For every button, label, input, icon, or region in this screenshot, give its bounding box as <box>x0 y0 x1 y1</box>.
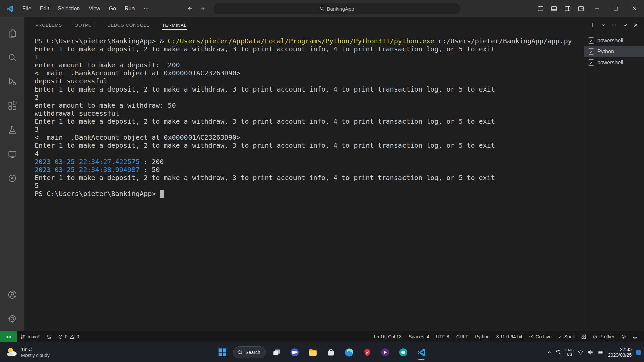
run-debug-icon[interactable] <box>0 70 24 94</box>
vscode-taskbar-button[interactable] <box>414 344 429 360</box>
wifi-icon[interactable] <box>578 350 584 355</box>
terminal-text: 2023-03-25 22:34:27.422575 <box>35 158 140 166</box>
browser-app-button[interactable] <box>396 344 411 360</box>
media-play-icon <box>381 348 390 357</box>
titlebar: FileEditSelectionViewGoRun⋯ BankingApp <box>0 0 644 17</box>
taskbar: 18°C Mostly cloudy Search <box>0 342 644 362</box>
language-indicator[interactable]: ENG US <box>565 348 574 357</box>
terminal-text: Enter 1 to make a deposit, 2 to make a w… <box>35 85 495 93</box>
terminal-line: 4 <box>35 149 584 158</box>
status-indent[interactable]: Spaces: 4 <box>405 331 433 342</box>
extensions-icon[interactable] <box>0 94 24 118</box>
status-interpreter[interactable]: 3.11.0 64-bit <box>493 331 526 342</box>
clock-widget[interactable]: 22:35 2023/03/25 <box>608 347 632 358</box>
task-view-button[interactable] <box>269 344 284 360</box>
command-center-search[interactable]: BankingApp <box>214 3 460 14</box>
menu-file[interactable]: File <box>18 4 36 14</box>
status-line-col[interactable]: Ln 16, Col 13 <box>370 331 405 342</box>
close-button[interactable] <box>625 0 644 17</box>
panel-tab-terminal[interactable]: TERMINAL <box>162 21 187 30</box>
toggle-panel-icon[interactable] <box>547 0 561 17</box>
media-app-button[interactable] <box>378 344 393 360</box>
terminal-list-item-powershell[interactable]: powershell <box>584 35 644 46</box>
terminal-list-label: powershell <box>597 38 623 44</box>
terminal-text: PS C:\Users\pieter\BankingApp> <box>35 190 160 198</box>
taskbar-search[interactable]: Search <box>233 346 266 358</box>
go-live-button[interactable]: Go Live <box>526 331 555 342</box>
panel-tab-output[interactable]: OUTPUT <box>74 21 95 30</box>
terminal-list-label: powershell <box>597 60 623 66</box>
branch-icon <box>20 334 25 339</box>
file-explorer-button[interactable] <box>306 344 320 360</box>
warning-count: 0 <box>77 334 79 339</box>
back-arrow-icon[interactable] <box>185 4 194 13</box>
terminal-line: 2 <box>35 93 584 101</box>
panel-tab-problems[interactable]: PROBLEMS <box>35 21 63 30</box>
terminal-profile-chevron-icon[interactable] <box>599 21 608 29</box>
problems-indicator[interactable]: 0 0 <box>55 331 83 342</box>
panel-close-icon[interactable] <box>631 21 640 29</box>
status-encoding[interactable]: UTF-8 <box>433 331 453 342</box>
branch-label: main* <box>28 334 40 339</box>
terminal-text: 2 <box>35 93 39 101</box>
terminal-list-item-powershell[interactable]: powershell <box>584 57 644 68</box>
forward-arrow-icon[interactable] <box>199 4 207 13</box>
prettier-button[interactable]: Prettier <box>589 331 618 342</box>
search-view-icon[interactable] <box>0 46 24 70</box>
status-eol[interactable]: CRLF <box>453 331 472 342</box>
panel-more-actions-icon[interactable] <box>610 21 619 29</box>
notifications-button[interactable] <box>629 331 641 342</box>
menu-go[interactable]: Go <box>105 4 120 14</box>
battery-icon[interactable] <box>597 350 604 355</box>
volume-icon[interactable] <box>588 350 593 355</box>
weather-widget[interactable]: 18°C Mostly cloudy <box>3 342 52 362</box>
weather-temp: 18°C <box>21 346 50 352</box>
taskbar-apps: Search <box>215 342 429 362</box>
check-icon: ✓ <box>558 334 562 339</box>
menu-view[interactable]: View <box>84 4 104 14</box>
menu-selection[interactable]: Selection <box>53 4 84 14</box>
testing-icon[interactable] <box>0 118 24 142</box>
tray-update-icon[interactable] <box>556 350 561 355</box>
sync-button[interactable] <box>43 331 55 342</box>
terminal-line: <__main__.BankAccount object at 0x000001… <box>35 133 584 141</box>
panel-collapse-icon[interactable] <box>621 21 629 29</box>
explorer-icon[interactable] <box>0 21 24 46</box>
menu-more[interactable]: ⋯ <box>139 3 153 14</box>
minimize-button[interactable] <box>588 0 606 17</box>
toggle-secondary-sidebar-icon[interactable] <box>561 0 574 17</box>
terminal-list-item-python[interactable]: Python <box>584 46 644 57</box>
settings-gear-icon[interactable] <box>0 307 24 331</box>
customize-layout-icon[interactable] <box>574 0 588 17</box>
new-terminal-icon[interactable] <box>588 21 597 29</box>
terminal-text: <__main__.BankAccount object at 0x000001… <box>35 133 240 141</box>
panel-tab-debug-console[interactable]: DEBUG CONSOLE <box>107 21 150 30</box>
start-button[interactable] <box>215 344 230 360</box>
maximize-button[interactable] <box>606 0 625 17</box>
security-app-button[interactable] <box>360 344 375 360</box>
grid-status-button[interactable] <box>578 331 589 342</box>
tray-chevron-icon[interactable] <box>547 350 552 355</box>
gitlens-icon[interactable] <box>0 166 24 190</box>
remote-explorer-icon[interactable] <box>0 142 24 166</box>
accounts-icon[interactable] <box>0 283 24 307</box>
toggle-sidebar-icon[interactable] <box>534 0 547 17</box>
remote-indicator[interactable]: >< <box>0 331 17 342</box>
terminal-output[interactable]: PS C:\Users\pieter\BankingApp> & C:/User… <box>24 33 584 331</box>
terminal-line: Enter 1 to make a deposit, 2 to make a w… <box>35 141 584 149</box>
chat-button[interactable] <box>287 344 302 360</box>
tray-notification-badge[interactable] <box>636 350 641 355</box>
spell-checker-button[interactable]: ✓ Spell <box>555 331 578 342</box>
lang-top: ENG <box>565 348 574 352</box>
edge-browser-button[interactable] <box>342 344 357 360</box>
warnings-icon <box>70 334 75 339</box>
menu-edit[interactable]: Edit <box>36 4 54 14</box>
store-button[interactable] <box>324 344 338 360</box>
feedback-button[interactable] <box>618 331 629 342</box>
terminal-text: 4 <box>35 149 39 158</box>
folder-icon <box>308 348 318 357</box>
git-branch[interactable]: main* <box>17 331 43 342</box>
menu-run[interactable]: Run <box>120 4 139 14</box>
panel: PROBLEMSOUTPUTDEBUG CONSOLETERMINAL <box>24 17 644 331</box>
status-language[interactable]: Python <box>472 331 493 342</box>
